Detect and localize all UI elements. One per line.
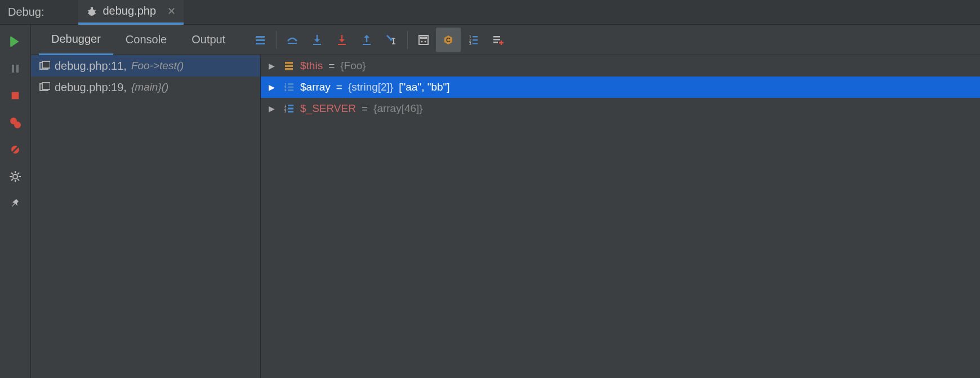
svg-rect-45: [473, 39, 478, 41]
svg-line-19: [11, 173, 13, 174]
add-watch-button[interactable]: [485, 28, 510, 52]
close-icon[interactable]: ✕: [167, 5, 176, 17]
tab-label: debug.php: [103, 4, 157, 17]
var-type-icon: [283, 60, 295, 71]
svg-rect-48: [493, 39, 500, 40]
variable-type: {array[46]}: [373, 102, 423, 115]
svg-rect-9: [12, 92, 19, 100]
frame-icon: [39, 82, 50, 93]
svg-line-21: [11, 179, 13, 181]
svg-rect-6: [10, 37, 12, 47]
svg-point-38: [421, 40, 423, 42]
variable-row[interactable]: ▶123$array = {string[2]} ["aa", "bb"]: [261, 76, 980, 98]
debug-toolbar: Debugger Console Output: [31, 25, 980, 55]
svg-rect-46: [473, 43, 478, 44]
svg-line-22: [17, 173, 19, 174]
frame-location: debug.php:11,: [55, 60, 127, 73]
variable-name: $array: [300, 81, 331, 93]
frame-icon: [39, 60, 50, 71]
var-type-icon: 123: [283, 103, 295, 114]
equals: =: [336, 81, 342, 93]
frame-row[interactable]: debug.php:19, {main}(): [31, 76, 260, 98]
frames-panel: debug.php:11, Foo->test()debug.php:19, {…: [31, 55, 261, 378]
separator: [407, 31, 408, 49]
svg-line-5: [94, 13, 96, 14]
tab-output[interactable]: Output: [179, 25, 238, 55]
variable-name: $this: [300, 60, 323, 72]
svg-rect-62: [288, 83, 293, 85]
trace-button[interactable]: C: [436, 28, 461, 52]
svg-line-20: [17, 179, 19, 181]
frame-function: {main}(): [131, 81, 169, 93]
variable-value: ["aa", "bb"]: [399, 81, 449, 93]
variables-panel: ▶$this = {Foo}▶123$array = {string[2]} […: [261, 55, 980, 378]
debug-title: Debug:: [8, 6, 44, 19]
svg-rect-47: [493, 36, 500, 38]
svg-rect-53: [42, 61, 50, 68]
svg-rect-8: [16, 65, 19, 73]
sort-vars-button[interactable]: 123: [461, 28, 485, 52]
chevron-right-icon[interactable]: ▶: [269, 61, 278, 70]
svg-rect-49: [493, 42, 498, 43]
mute-breakpoints-button[interactable]: [4, 138, 26, 161]
svg-point-11: [14, 122, 21, 128]
svg-point-39: [425, 40, 426, 42]
pause-button[interactable]: [4, 57, 26, 80]
svg-rect-25: [256, 43, 265, 44]
svg-rect-69: [288, 108, 293, 110]
chevron-right-icon[interactable]: ▶: [269, 83, 278, 92]
variable-name: $_SERVER: [300, 102, 356, 115]
bug-icon: [86, 6, 97, 17]
chevron-right-icon[interactable]: ▶: [269, 104, 278, 113]
svg-rect-1: [91, 7, 93, 10]
force-step-into-button[interactable]: [329, 28, 354, 52]
svg-rect-63: [288, 87, 293, 88]
debug-header: Debug: debug.php ✕: [0, 0, 980, 25]
view-breakpoints-button[interactable]: [4, 111, 26, 134]
step-over-button[interactable]: [280, 28, 305, 52]
run-to-cursor-button[interactable]: [379, 28, 404, 52]
svg-point-14: [13, 174, 17, 179]
svg-rect-64: [288, 89, 293, 91]
svg-rect-55: [42, 83, 50, 89]
svg-rect-57: [285, 65, 293, 68]
debug-session-tab[interactable]: debug.php ✕: [78, 0, 184, 25]
svg-rect-37: [420, 37, 427, 39]
svg-rect-56: [285, 62, 293, 64]
step-into-button[interactable]: [305, 28, 329, 52]
stop-button[interactable]: [4, 84, 26, 107]
tab-console[interactable]: Console: [113, 25, 179, 55]
equals: =: [328, 60, 335, 72]
debug-left-rail: [0, 25, 31, 378]
frame-location: debug.php:19,: [55, 81, 127, 94]
svg-rect-70: [288, 111, 293, 112]
svg-line-4: [88, 13, 90, 14]
svg-text:3: 3: [284, 88, 287, 92]
tab-debugger[interactable]: Debugger: [39, 25, 113, 55]
settings-button[interactable]: [4, 165, 26, 188]
resume-button[interactable]: [4, 30, 26, 53]
separator: [276, 31, 277, 49]
svg-rect-44: [473, 36, 478, 38]
svg-rect-58: [285, 68, 293, 70]
variable-row[interactable]: ▶123$_SERVER = {array[46]}: [261, 98, 980, 119]
svg-text:C: C: [446, 37, 451, 43]
svg-rect-7: [12, 65, 14, 73]
variable-type: {Foo}: [340, 60, 366, 72]
svg-text:3: 3: [469, 42, 471, 46]
variable-row[interactable]: ▶$this = {Foo}: [261, 55, 980, 76]
var-type-icon: 123: [283, 82, 295, 93]
svg-rect-68: [288, 105, 293, 106]
pin-button[interactable]: [4, 192, 26, 215]
threads-icon[interactable]: [248, 28, 273, 52]
evaluate-expression-button[interactable]: [411, 28, 436, 52]
equals: =: [362, 102, 368, 115]
svg-text:3: 3: [284, 110, 287, 113]
svg-rect-24: [256, 39, 265, 41]
svg-rect-23: [256, 36, 265, 38]
frame-row[interactable]: debug.php:11, Foo->test(): [31, 55, 260, 76]
step-out-button[interactable]: [354, 28, 379, 52]
variable-type: {string[2]}: [348, 81, 393, 93]
frame-function: Foo->test(): [131, 60, 184, 72]
